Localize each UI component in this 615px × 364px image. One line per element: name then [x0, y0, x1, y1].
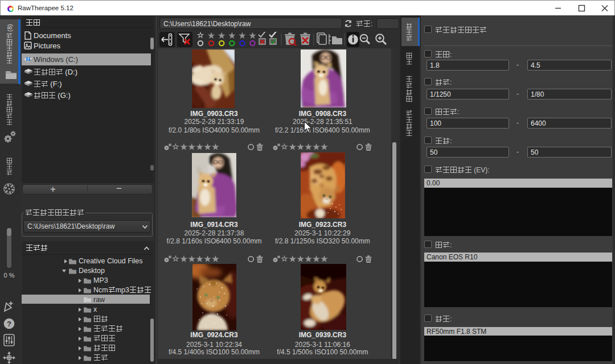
svg-text:?: ?: [7, 320, 11, 328]
